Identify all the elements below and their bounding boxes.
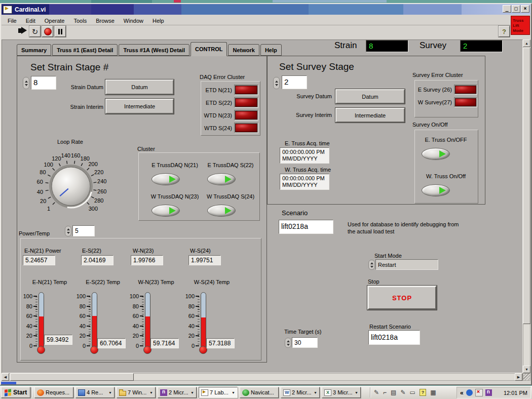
window-icon[interactable]: ▭ xyxy=(409,387,415,397)
pause-button[interactable] xyxy=(55,26,66,37)
taskbar-button-navicat[interactable]: Navicat... xyxy=(240,387,279,398)
trussdaq-switch[interactable] xyxy=(151,205,180,217)
temp-scale-tick-label: 80 xyxy=(19,303,32,309)
minimize-button[interactable]: _ xyxy=(503,5,511,13)
survey-stage-input[interactable]: 2 xyxy=(282,75,307,89)
taskbar-buttons: Reques...4 Re...▼7 Win...▼2 Micr...▼7 La… xyxy=(34,387,361,398)
knob-tick-label: 20 xyxy=(40,198,46,204)
survey-stage-spinner[interactable] xyxy=(273,77,280,89)
power-label: W-N(23) xyxy=(133,248,154,254)
menu-item-help[interactable]: Help xyxy=(148,17,169,25)
taskbar-button-firefox[interactable]: Reques... xyxy=(34,387,73,398)
tray-chevron-icon[interactable]: « xyxy=(460,389,464,396)
start-mode-spinner[interactable] xyxy=(368,260,375,270)
desktop-strip-segment xyxy=(174,0,181,3)
mic-icon[interactable]: ✎ xyxy=(374,387,379,397)
help-icon[interactable]: ? xyxy=(420,389,427,396)
abort-button[interactable] xyxy=(42,26,53,37)
time-target-input[interactable]: 30 xyxy=(292,337,318,348)
scroll-left-button[interactable]: ◀ xyxy=(2,373,9,381)
window-title: Cardinal.vi xyxy=(12,6,46,13)
survey-interim-button[interactable]: Intermediate xyxy=(335,108,405,123)
green-arrow-icon xyxy=(439,187,446,194)
led-label: ETD N(21) xyxy=(202,87,234,93)
run-continuous-icon: ↻ xyxy=(32,28,39,35)
scenario-note-line1: Used for database to identify debugging … xyxy=(348,221,459,227)
tray-disconnect-icon[interactable] xyxy=(475,389,483,396)
scroll-up-button[interactable]: ▲ xyxy=(523,39,530,47)
trussdaq-switch[interactable] xyxy=(207,173,236,185)
trussdaq-switch[interactable] xyxy=(151,173,180,185)
scroll-right-button[interactable]: ▶ xyxy=(515,373,522,381)
tray-onenote-icon[interactable] xyxy=(485,389,492,396)
start-button[interactable]: Start xyxy=(1,387,30,398)
resize-grip[interactable] xyxy=(523,373,530,381)
onoff-switch[interactable] xyxy=(422,148,450,160)
temp-scale-tick-label: 100 xyxy=(181,293,195,299)
run-continuous-button[interactable]: ↻ xyxy=(29,26,41,37)
taskbar-button-labview[interactable]: 7 Lab...▼ xyxy=(199,387,238,398)
menu-item-operate[interactable]: Operate xyxy=(40,17,69,25)
error-led xyxy=(234,110,258,121)
survey-datum-button[interactable]: Datum xyxy=(335,89,405,104)
tab-control[interactable]: CONTROL xyxy=(191,42,227,56)
scroll-down-button[interactable]: ▼ xyxy=(523,366,530,373)
monitor-pen-icon[interactable]: ▤ xyxy=(391,387,396,397)
loop-rate-knob[interactable]: 1204060801001201401601802002202402602803… xyxy=(29,144,115,230)
run-button[interactable] xyxy=(18,27,27,34)
temp-indicator: 59.7164 xyxy=(150,338,179,348)
menu-item-edit[interactable]: Edit xyxy=(21,17,40,25)
pen-icon[interactable]: ✎ xyxy=(400,387,405,397)
start-mode-input[interactable]: Restart xyxy=(375,259,438,270)
error-led xyxy=(234,97,258,108)
taskbar-button-folder[interactable]: 7 Win...▼ xyxy=(117,387,156,398)
tab-summary[interactable]: Summary xyxy=(17,44,51,56)
horizontal-scroll-thumb[interactable] xyxy=(10,373,134,381)
taskbar-button-word[interactable]: 2 Micr...▼ xyxy=(281,387,320,398)
thermometer-tube xyxy=(145,292,150,347)
strain-interim-button[interactable]: Intermediate xyxy=(105,99,174,114)
menu-item-window[interactable]: Window xyxy=(119,17,148,25)
temp-scale-tick-label: 60 xyxy=(19,313,32,319)
maximize-button[interactable]: □ xyxy=(512,5,520,13)
knob-tick-label: 100 xyxy=(44,162,53,168)
tab-truss-1a-west-detail[interactable]: Truss #1A (West) Detail xyxy=(119,44,189,56)
vertical-scroll-thumb[interactable] xyxy=(523,48,530,324)
strain-stage-input[interactable]: 8 xyxy=(31,76,56,90)
tray-alert-icon[interactable] xyxy=(466,389,473,396)
close-button[interactable]: × xyxy=(521,5,529,13)
red-led-icon xyxy=(455,86,476,94)
menu-item-file[interactable]: File xyxy=(3,17,21,25)
onoff-switch[interactable] xyxy=(422,184,450,196)
menu-item-browse[interactable]: Browse xyxy=(91,17,119,25)
context-help-button[interactable]: ? xyxy=(499,26,510,37)
west-acq-time-display: 00:00:00.000 PM MM/DD/YYYY xyxy=(280,174,329,190)
stop-button[interactable]: STOP xyxy=(367,286,437,310)
tab-help[interactable]: Help xyxy=(260,44,282,56)
power-label: W-S(24) xyxy=(190,248,211,254)
green-arrow-icon xyxy=(225,176,232,183)
strain-stage-spinner[interactable] xyxy=(23,77,29,89)
taskbar-button-excel[interactable]: 3 Micr...▼ xyxy=(322,387,361,398)
strain-datum-button[interactable]: Datum xyxy=(105,79,174,95)
tab-truss-1-east-detail[interactable]: Truss #1 (East) Detail xyxy=(52,44,118,56)
onenote-icon xyxy=(160,389,167,396)
taskbar-button-network[interactable]: 4 Re...▼ xyxy=(75,387,115,398)
task-label: Navicat... xyxy=(251,389,274,395)
gesture-icon[interactable]: ⌐ xyxy=(383,387,387,397)
menu-item-tools[interactable]: Tools xyxy=(69,17,91,25)
daq-error-row: WTD S(24) xyxy=(202,122,258,134)
scenario-input[interactable]: lift0218a xyxy=(279,220,333,234)
trussdaq-switch[interactable] xyxy=(207,205,236,217)
tab-network[interactable]: Network xyxy=(228,44,259,56)
led-label: WTD N(23) xyxy=(202,112,234,118)
temp-label: W-S(24) Temp xyxy=(183,279,240,285)
time-target-spinner[interactable] xyxy=(285,338,291,348)
taskbar-button-onenote[interactable]: 2 Micr...▼ xyxy=(158,387,197,398)
system-tray: «12:01 PM xyxy=(457,387,531,398)
temp-scale-tick-label: 60 xyxy=(126,313,139,319)
restart-scenario-input[interactable]: lift0218a xyxy=(368,330,420,345)
stack-icon[interactable]: ▦ xyxy=(430,387,436,397)
title-bar[interactable]: Cardinal.vi xyxy=(2,4,530,15)
temp-label: E-S(22) Temp xyxy=(74,279,131,285)
